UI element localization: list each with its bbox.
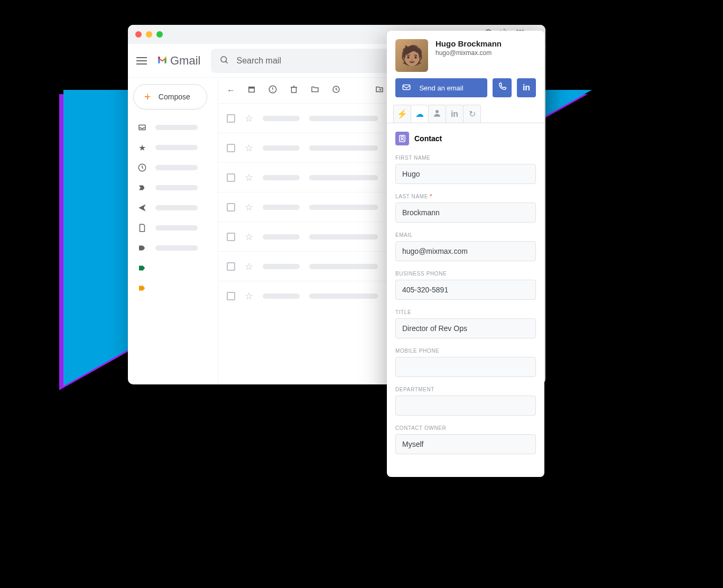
send-email-button[interactable]: Send an email (395, 78, 487, 97)
star-icon[interactable]: ☆ (245, 113, 253, 124)
contact-name: Hugo Brockmann (435, 39, 502, 48)
placeholder (309, 205, 378, 210)
placeholder (155, 205, 198, 210)
contact-tabs: ⚡ ☁ in ↻ (387, 105, 544, 123)
placeholder (263, 205, 300, 210)
mobile-phone-label: MOBILE PHONE (395, 348, 536, 354)
star-icon[interactable]: ☆ (245, 201, 253, 213)
placeholder (155, 165, 198, 170)
placeholder (155, 185, 198, 190)
linkedin-button[interactable]: in (517, 78, 536, 97)
sidebar-item-label[interactable] (133, 240, 214, 256)
last-name-field[interactable] (395, 203, 536, 223)
contact-owner-field[interactable] (395, 434, 536, 454)
sidebar-item-drafts[interactable] (133, 219, 214, 236)
folder-icon[interactable] (310, 85, 320, 96)
delete-icon[interactable] (289, 85, 299, 96)
tab-person[interactable] (428, 105, 446, 123)
placeholder (263, 175, 300, 180)
sidebar-item-inbox[interactable] (133, 119, 214, 136)
email-label: EMAIL (395, 232, 536, 238)
search-icon (219, 55, 229, 67)
first-name-field[interactable] (395, 164, 536, 184)
compose-button[interactable]: + Compose (133, 84, 207, 109)
minimize-dot[interactable] (146, 31, 152, 38)
placeholder (263, 264, 300, 269)
star-icon[interactable]: ☆ (245, 231, 253, 243)
gmail-m-icon (157, 53, 167, 68)
sidebar-item-label-orange[interactable] (133, 280, 214, 297)
placeholder (263, 145, 300, 151)
star-icon[interactable]: ☆ (245, 261, 253, 272)
archive-icon[interactable] (247, 85, 256, 96)
mobile-phone-field[interactable] (395, 357, 536, 377)
contact-email: hugo@mixmax.com (435, 49, 502, 57)
snooze-icon[interactable] (331, 85, 341, 96)
contact-actions: Send an email in (387, 78, 544, 105)
contact-form: Contact FIRST NAME LAST NAME * EMAIL BUS… (387, 123, 544, 477)
maximize-dot[interactable] (156, 31, 163, 38)
contact-header: 🧑🏽 Hugo Brockmann hugo@mixmax.com (387, 31, 544, 78)
salesforce-icon: ☁ (415, 109, 424, 119)
sidebar-item-important[interactable] (133, 179, 214, 196)
business-phone-field[interactable] (395, 280, 536, 300)
gmail-logo: Gmail (157, 53, 200, 68)
label-icon (137, 263, 147, 273)
svg-point-18 (272, 91, 273, 92)
close-dot[interactable] (135, 31, 142, 38)
placeholder (309, 175, 378, 180)
placeholder (309, 145, 378, 151)
tab-refresh[interactable]: ↻ (463, 105, 481, 123)
gmail-brand-text: Gmail (170, 54, 200, 68)
placeholder (155, 245, 198, 251)
last-name-label: LAST NAME * (395, 194, 536, 199)
checkbox[interactable] (227, 173, 235, 182)
checkbox[interactable] (227, 262, 235, 271)
drafts-icon (137, 223, 147, 233)
phone-button[interactable] (493, 78, 512, 97)
department-label: DEPARTMENT (395, 387, 536, 392)
send-email-label: Send an email (419, 84, 463, 92)
search-placeholder: Search mail (236, 56, 281, 66)
avatar: 🧑🏽 (395, 39, 428, 72)
checkbox[interactable] (227, 144, 235, 152)
important-icon (137, 183, 147, 192)
checkbox[interactable] (227, 203, 235, 212)
sidebar-item-label-green[interactable] (133, 260, 214, 277)
placeholder (309, 293, 378, 299)
sidebar-item-sent[interactable] (133, 199, 214, 216)
clock-icon (137, 163, 147, 172)
department-field[interactable] (395, 396, 536, 416)
star-icon[interactable]: ☆ (245, 142, 253, 154)
phone-icon (497, 82, 507, 94)
placeholder (309, 264, 378, 269)
checkbox[interactable] (227, 233, 235, 241)
title-field[interactable] (395, 318, 536, 338)
move-icon[interactable] (375, 85, 384, 96)
placeholder (309, 116, 378, 121)
menu-icon[interactable] (136, 57, 147, 65)
sent-icon (137, 203, 147, 213)
sidebar-item-snoozed[interactable] (133, 159, 214, 176)
gmail-sidebar: + Compose ★ (128, 78, 218, 384)
placeholder (263, 293, 300, 299)
checkbox[interactable] (227, 292, 235, 300)
contact-panel: 🧑🏽 Hugo Brockmann hugo@mixmax.com Send a… (387, 31, 544, 477)
linkedin-icon: in (451, 109, 458, 119)
tab-salesforce[interactable]: ☁ (411, 105, 429, 123)
star-icon[interactable]: ☆ (245, 172, 253, 183)
checkbox[interactable] (227, 114, 235, 123)
spam-icon[interactable] (268, 85, 277, 96)
business-phone-label: BUSINESS PHONE (395, 271, 536, 277)
tab-linkedin[interactable]: in (446, 105, 464, 123)
email-field[interactable] (395, 241, 536, 261)
placeholder (155, 225, 198, 231)
back-icon[interactable]: ← (227, 86, 235, 95)
star-icon[interactable]: ☆ (245, 290, 253, 302)
label-icon (137, 243, 147, 253)
tab-activity[interactable]: ⚡ (393, 105, 411, 123)
title-label: TITLE (395, 309, 536, 315)
linkedin-icon: in (523, 83, 530, 93)
svg-point-12 (221, 57, 227, 62)
sidebar-item-starred[interactable]: ★ (133, 139, 214, 156)
